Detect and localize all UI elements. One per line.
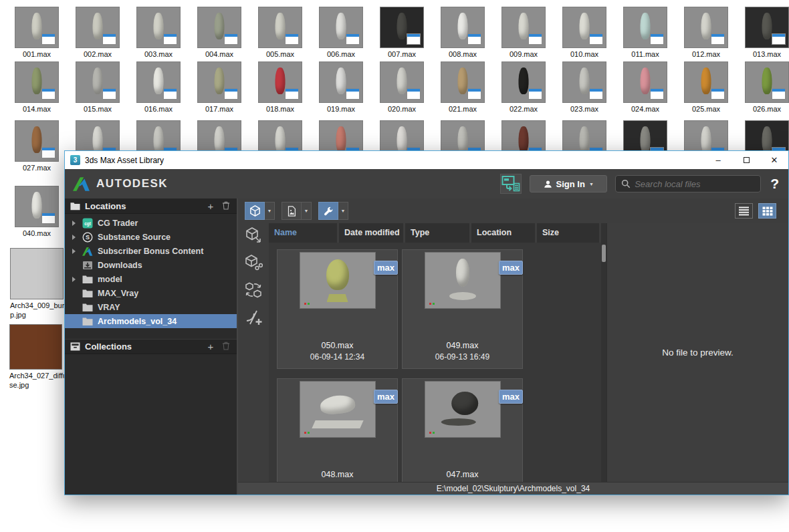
column-header-type[interactable]: Type [405,223,471,243]
model-figure [397,68,407,94]
desktop-file-thumbnail[interactable]: 006.max [319,7,363,58]
expand-arrow-icon[interactable] [65,221,82,226]
desktop-file-thumbnail[interactable]: 007.max [380,7,424,58]
column-header-name[interactable]: Name [269,223,339,243]
sidebar-item-downloads[interactable]: Downloads [65,258,237,272]
max-badge: max [499,261,523,275]
desktop-file-thumbnail[interactable]: 018.max [258,61,302,113]
desktop-file-thumbnail[interactable]: 002.max [76,7,120,58]
send-to-library-button[interactable] [500,174,522,194]
desktop-file-thumbnail[interactable]: Arch34_009_bump.jpg [10,248,64,320]
tools-filter-dropdown[interactable]: ▼ [338,202,348,220]
expand-arrow-icon[interactable] [65,277,82,282]
desktop-file-thumbnail[interactable]: 015.max [76,61,120,113]
search-box[interactable] [615,175,761,192]
expand-arrow-icon[interactable] [65,235,82,240]
add-shape-button[interactable] [244,308,263,327]
add-collection-button[interactable]: + [205,341,216,352]
window-titlebar[interactable]: 3 3ds Max Asset Library – ✕ [65,151,788,169]
close-button[interactable]: ✕ [760,151,788,169]
desktop-file-thumbnail[interactable]: 009.max [501,7,546,58]
desktop-file-thumbnail[interactable]: 024.max [623,61,667,113]
scrollbar-thumb[interactable] [602,245,606,262]
replace-model-button[interactable] [244,281,263,299]
desktop-file-thumbnail[interactable]: 003.max [136,7,181,58]
xref-model-button[interactable] [244,253,263,272]
sidebar-item-substance-source[interactable]: SSubstance Source [65,230,237,244]
desktop-file-thumbnail[interactable]: 026.max [745,61,789,113]
delete-collection-button[interactable] [221,341,231,352]
desktop-file-thumbnail[interactable]: 011.max [623,7,667,58]
sidebar-item-cg-trader[interactable]: cgtCG Trader [65,216,237,230]
sign-in-button[interactable]: Sign In ▼ [530,175,607,192]
file-name-label: 002.max [68,50,128,58]
file-card-049-max[interactable]: max049.max06-09-13 16:49 [402,249,523,369]
sidebar-item-vray[interactable]: VRAY [65,300,237,314]
file-name-label: 016.max [128,105,189,113]
column-header-size[interactable]: Size [537,223,601,243]
file-thumbnail-image [562,7,606,48]
desktop-file-thumbnail[interactable]: 017.max [197,61,241,113]
file-card-050-max[interactable]: max050.max06-09-14 12:34 [277,249,398,369]
minimize-button[interactable]: – [704,151,732,169]
desktop-file-thumbnail[interactable]: 022.max [501,61,546,113]
desktop-file-thumbnail[interactable]: 014.max [15,61,59,113]
send-to-library-icon [501,175,520,192]
3dsmax-app-icon: 3 [70,155,80,165]
model-figure [580,126,590,153]
file-card-048-max[interactable]: max048.max [277,378,398,482]
desktop-file-thumbnail[interactable]: 019.max [319,61,363,113]
expand-arrow-icon[interactable] [65,249,82,254]
desktop-file-thumbnail[interactable]: 012.max [684,7,728,58]
desktop-file-thumbnail[interactable]: 008.max [441,7,485,58]
grid-view-button[interactable] [758,203,776,219]
model-figure [641,68,651,94]
desktop-file-thumbnail[interactable]: 021.max [441,61,485,113]
column-header-location[interactable]: Location [471,223,537,243]
desktop-file-thumbnail[interactable]: 005.max [258,7,302,58]
desktop-file-thumbnail[interactable]: Arch34_027_diffuse.jpg [9,324,62,390]
merge-model-button[interactable] [244,226,263,245]
file-thumbnail-image [258,61,302,103]
search-input[interactable] [635,179,748,189]
list-view-button[interactable] [735,203,753,219]
desktop-file-thumbnail[interactable]: 001.max [15,7,59,58]
desktop-file-thumbnail[interactable]: 013.max [745,7,789,58]
window-title: 3ds Max Asset Library [85,156,704,165]
maximize-button[interactable] [732,151,760,169]
folder-icon [82,302,93,313]
file-name-label: 014.max [7,105,67,113]
sidebar-item-model[interactable]: model [65,272,237,286]
file-thumbnail-image [197,61,241,103]
desktop-file-thumbnail[interactable]: 023.max [562,61,606,113]
desktop-file-thumbnail[interactable]: 025.max [684,61,728,113]
model-figure [326,259,349,290]
preview-empty-text: No file to preview. [662,348,734,358]
models-filter-dropdown[interactable]: ▼ [265,202,275,220]
images-filter-button[interactable] [281,202,302,220]
column-header-date-modified[interactable]: Date modified [339,223,405,243]
tools-filter-button[interactable] [318,202,338,220]
add-location-button[interactable]: + [205,201,216,212]
sidebar-item-max-vray[interactable]: MAX_Vray [65,286,237,300]
autodesk-logo: AUTODESK [73,176,168,192]
desktop-file-thumbnail[interactable]: 020.max [380,61,424,113]
desktop-file-thumbnail[interactable]: 010.max [562,7,606,58]
sidebar-item-label: CG Trader [98,219,138,228]
images-filter-dropdown[interactable]: ▼ [302,202,312,220]
help-button[interactable]: ? [769,176,780,192]
sidebar-item-archmodels-vol-34[interactable]: Archmodels_vol_34 [65,314,237,328]
desktop-file-thumbnail[interactable]: 004.max [197,7,241,58]
sidebar-item-subscriber-bonus-content[interactable]: Subscriber Bonus Content [65,244,237,258]
model-figure [336,126,346,153]
locations-header: Locations + [65,198,237,214]
file-card-047-max[interactable]: max047.max [402,378,523,482]
preview-panel: No file to preview. [606,223,788,482]
files-scrollbar[interactable] [601,223,606,482]
viewport-axis-icon [304,432,306,434]
desktop-file-thumbnail[interactable]: 027.max [15,120,59,172]
delete-location-button[interactable] [221,201,231,212]
desktop-file-thumbnail[interactable]: 016.max [136,61,181,113]
desktop-file-thumbnail[interactable]: 040.max [15,186,59,237]
models-filter-button[interactable] [245,202,265,220]
